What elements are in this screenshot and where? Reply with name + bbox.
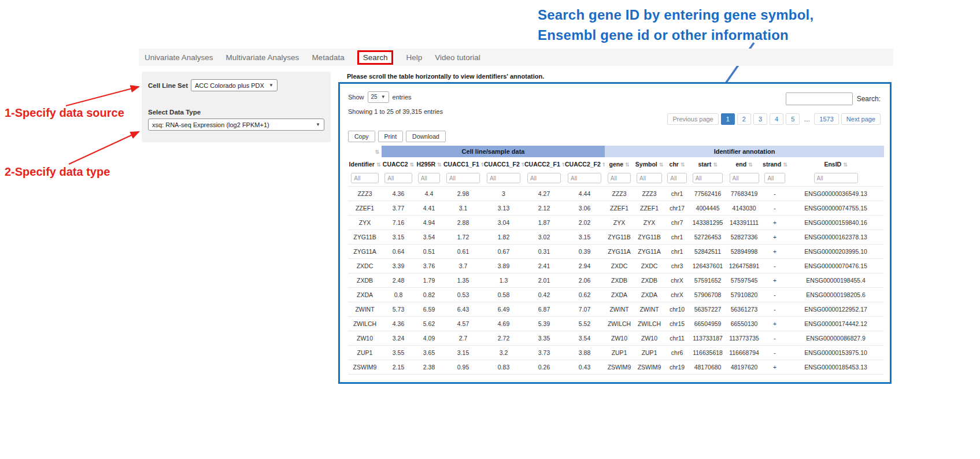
- pagination-ellipsis: …: [802, 114, 812, 124]
- column-header-gene[interactable]: gene⇅: [605, 157, 634, 171]
- column-header-ensid[interactable]: EnsID⇅: [787, 157, 884, 171]
- cell: 0.58: [483, 288, 524, 302]
- page-button-1573[interactable]: 1573: [814, 113, 838, 125]
- data-table: ⇅Cell line/sample dataIdentifier annotat…: [348, 146, 884, 375]
- cell: 2.48: [382, 273, 415, 288]
- table-row: ZXDC3.393.763.73.892.412.94ZXDCZXDCchr31…: [348, 259, 884, 273]
- page-button-1[interactable]: 1: [721, 113, 735, 125]
- print-button[interactable]: Print: [378, 131, 404, 142]
- cell: 0.83: [483, 360, 524, 375]
- cell: 2.41: [524, 259, 564, 273]
- cell: 4.57: [443, 317, 483, 331]
- cell: 3.13: [483, 201, 524, 216]
- filter-input-cuacc1_f1[interactable]: [446, 173, 480, 183]
- pagination: Previous page12345…1573Next page: [667, 113, 881, 125]
- filter-input-end[interactable]: [730, 173, 759, 183]
- column-label: Identifier: [349, 161, 375, 168]
- nav-item-univariate-analyses[interactable]: Univariate Analyses: [145, 53, 213, 62]
- cell: 2.06: [564, 273, 605, 288]
- nav-item-metadata[interactable]: Metadata: [312, 53, 344, 62]
- filter-input-symbol[interactable]: [637, 173, 662, 183]
- column-header-symbol[interactable]: Symbol⇅: [634, 157, 665, 171]
- filter-cell: [483, 171, 524, 187]
- cell: 126437601: [689, 259, 726, 273]
- prev-page-button[interactable]: Previous page: [667, 113, 718, 125]
- filter-input-start[interactable]: [693, 173, 723, 183]
- column-header-strand[interactable]: strand⇅: [762, 157, 787, 171]
- cell: 0.31: [524, 245, 564, 259]
- column-header-cuacc2_f1[interactable]: CUACC2_F1⇅: [524, 157, 564, 171]
- cell: ZXDB: [605, 273, 634, 288]
- nav-item-help[interactable]: Help: [406, 53, 422, 62]
- filter-input-h295r[interactable]: [418, 173, 441, 183]
- column-label: end: [735, 161, 746, 168]
- cell-line-set-select[interactable]: ACC Colorado plus PDX ▼: [191, 79, 278, 91]
- search-input[interactable]: [786, 92, 853, 105]
- filter-input-chr[interactable]: [667, 173, 686, 183]
- column-header-cuacc1_f2[interactable]: CUACC1_F2⇅: [483, 157, 524, 171]
- cell: +: [762, 230, 787, 245]
- navbar: Univariate AnalysesMultivariate Analyses…: [139, 49, 893, 66]
- column-header-chr[interactable]: chr⇅: [665, 157, 689, 171]
- filter-input-ensid[interactable]: [814, 173, 858, 183]
- nav-item-video-tutorial[interactable]: Video tutorial: [435, 53, 480, 62]
- cell: 4.69: [483, 317, 524, 331]
- filter-input-gene[interactable]: [608, 173, 631, 183]
- sort-icon[interactable]: ⇅: [375, 149, 379, 155]
- page-button-4[interactable]: 4: [770, 113, 783, 125]
- cell: 57591652: [689, 273, 726, 288]
- table-row: ZWILCH4.365.624.574.695.395.52ZWILCHZWIL…: [348, 317, 884, 331]
- cell: ENSG00000198455.4: [787, 273, 884, 288]
- cell: 3.88: [564, 346, 605, 360]
- cell: 1.72: [443, 230, 483, 245]
- column-header-start[interactable]: start⇅: [689, 157, 726, 171]
- controls-panel: Cell Line Set ACC Colorado plus PDX ▼ Se…: [142, 72, 331, 142]
- filter-input-cuacc2_f1[interactable]: [527, 173, 561, 183]
- cell: -: [762, 331, 787, 346]
- sort-icon: ⇅: [713, 162, 718, 168]
- annotation-blue-note-line2: Ensembl gene id or other information: [538, 25, 813, 45]
- column-header-cuacc1_f1[interactable]: CUACC1_F1⇅: [443, 157, 483, 171]
- column-header-row: Identifier⇅CUACC2⇅H295R⇅CUACC1_F1⇅CUACC1…: [348, 157, 884, 171]
- cell: 66550130: [726, 317, 762, 331]
- cell: ZYX: [348, 216, 382, 230]
- filter-input-cuacc2_f2[interactable]: [568, 173, 601, 183]
- filter-cell: [443, 171, 483, 187]
- cell: 116668794: [726, 346, 762, 360]
- cell: chr1: [665, 245, 689, 259]
- download-button[interactable]: Download: [406, 131, 446, 142]
- nav-item-multivariate-analyses[interactable]: Multivariate Analyses: [226, 53, 299, 62]
- column-label: CUACC2_F2: [565, 161, 601, 168]
- column-header-identifier[interactable]: Identifier⇅: [348, 157, 382, 171]
- page-button-2[interactable]: 2: [737, 113, 751, 125]
- cell: 0.61: [443, 245, 483, 259]
- column-label: CUACC1_F1: [443, 161, 479, 168]
- page-button-5[interactable]: 5: [786, 113, 800, 125]
- page-button-3[interactable]: 3: [753, 113, 767, 125]
- next-page-button[interactable]: Next page: [841, 113, 881, 125]
- column-header-cuacc2_f2[interactable]: CUACC2_F2⇅: [564, 157, 605, 171]
- nav-item-search[interactable]: Search: [357, 50, 394, 65]
- annotation-red-note-1: 1-Specify data source: [5, 106, 124, 120]
- data-type-value: xsq: RNA-seq Expression (log2 FPKM+1): [152, 121, 269, 128]
- filter-input-strand[interactable]: [764, 173, 785, 183]
- sort-icon: ⇅: [437, 162, 442, 168]
- cell: 2.7: [443, 331, 483, 346]
- filter-input-cuacc2[interactable]: [384, 173, 412, 183]
- cell: -: [762, 259, 787, 273]
- column-header-cuacc2[interactable]: CUACC2⇅: [382, 157, 415, 171]
- column-header-h295r[interactable]: H295R⇅: [415, 157, 443, 171]
- filter-input-identifier[interactable]: [351, 173, 379, 183]
- cell: 2.38: [415, 360, 443, 375]
- cell: 56357227: [689, 302, 726, 317]
- filter-input-cuacc1_f2[interactable]: [487, 173, 520, 183]
- cell: ZYX: [634, 216, 665, 230]
- cell: ZZEF1: [634, 201, 665, 216]
- data-type-select[interactable]: xsq: RNA-seq Expression (log2 FPKM+1) ▼: [148, 119, 324, 131]
- cell: ZXDA: [348, 288, 382, 302]
- page-length-select[interactable]: 25 ▼: [368, 91, 389, 103]
- column-header-end[interactable]: end⇅: [726, 157, 762, 171]
- cell: 57597545: [726, 273, 762, 288]
- cell: ZXDC: [348, 259, 382, 273]
- copy-button[interactable]: Copy: [348, 131, 375, 142]
